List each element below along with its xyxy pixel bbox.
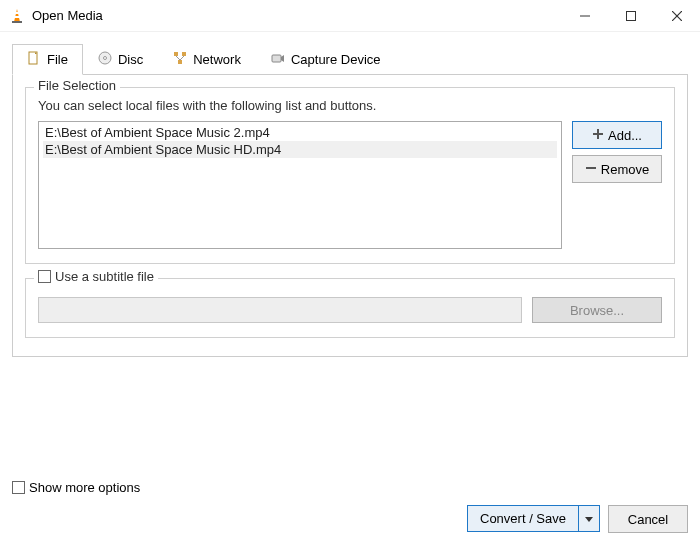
tab-disc-label: Disc: [118, 52, 143, 67]
titlebar: Open Media: [0, 0, 700, 32]
browse-button: Browse...: [532, 297, 662, 323]
svg-rect-3: [12, 21, 22, 23]
disc-icon: [98, 51, 112, 68]
main-panel: File Selection You can select local file…: [12, 74, 688, 357]
tab-capture[interactable]: Capture Device: [256, 44, 396, 75]
svg-line-16: [180, 56, 184, 60]
convert-save-label: Convert / Save: [468, 511, 578, 526]
svg-rect-13: [182, 52, 186, 56]
list-item[interactable]: E:\Best of Ambient Space Music HD.mp4: [43, 141, 557, 158]
cancel-button[interactable]: Cancel: [608, 505, 688, 533]
window-controls: [562, 0, 700, 32]
show-more-options[interactable]: Show more options: [12, 480, 140, 495]
remove-button[interactable]: Remove: [572, 155, 662, 183]
subtitle-input: [38, 297, 522, 323]
list-item[interactable]: E:\Best of Ambient Space Music 2.mp4: [43, 124, 557, 141]
subtitle-label: Use a subtitle file: [55, 269, 154, 284]
capture-icon: [271, 51, 285, 68]
file-selection-legend: File Selection: [34, 78, 120, 93]
tab-disc[interactable]: Disc: [83, 44, 158, 75]
svg-point-11: [103, 57, 106, 60]
minus-icon: [585, 162, 597, 177]
file-selection-desc: You can select local files with the foll…: [38, 98, 662, 113]
show-more-checkbox[interactable]: [12, 481, 25, 494]
subtitle-checkbox-group[interactable]: Use a subtitle file: [34, 269, 158, 284]
tabs: File Disc Network Capture Device: [12, 44, 688, 75]
add-button-label: Add...: [608, 128, 642, 143]
tab-network[interactable]: Network: [158, 44, 256, 75]
svg-rect-1: [15, 12, 19, 14]
tab-network-label: Network: [193, 52, 241, 67]
maximize-button[interactable]: [608, 0, 654, 32]
subtitle-fieldset: Use a subtitle file Browse...: [25, 278, 675, 338]
file-icon: [27, 51, 41, 68]
svg-rect-17: [272, 55, 281, 62]
file-selection-fieldset: File Selection You can select local file…: [25, 87, 675, 264]
bottom-bar: Convert / Save Cancel: [467, 505, 688, 533]
subtitle-checkbox[interactable]: [38, 270, 51, 283]
svg-rect-14: [178, 60, 182, 64]
file-list[interactable]: E:\Best of Ambient Space Music 2.mp4 E:\…: [38, 121, 562, 249]
svg-rect-2: [15, 16, 20, 18]
network-icon: [173, 51, 187, 68]
tab-capture-label: Capture Device: [291, 52, 381, 67]
vlc-cone-icon: [8, 7, 26, 25]
plus-icon: [592, 128, 604, 143]
cancel-label: Cancel: [628, 512, 668, 527]
close-button[interactable]: [654, 0, 700, 32]
tab-file[interactable]: File: [12, 44, 83, 75]
svg-rect-12: [174, 52, 178, 56]
remove-button-label: Remove: [601, 162, 649, 177]
add-button[interactable]: Add...: [572, 121, 662, 149]
tab-file-label: File: [47, 52, 68, 67]
svg-marker-22: [585, 517, 593, 522]
svg-line-15: [176, 56, 180, 60]
svg-marker-0: [14, 9, 20, 22]
show-more-label: Show more options: [29, 480, 140, 495]
dropdown-arrow-icon[interactable]: [578, 506, 599, 531]
svg-rect-5: [627, 12, 636, 21]
minimize-button[interactable]: [562, 0, 608, 32]
convert-save-button[interactable]: Convert / Save: [467, 505, 600, 532]
browse-label: Browse...: [570, 303, 624, 318]
window-title: Open Media: [32, 8, 103, 23]
